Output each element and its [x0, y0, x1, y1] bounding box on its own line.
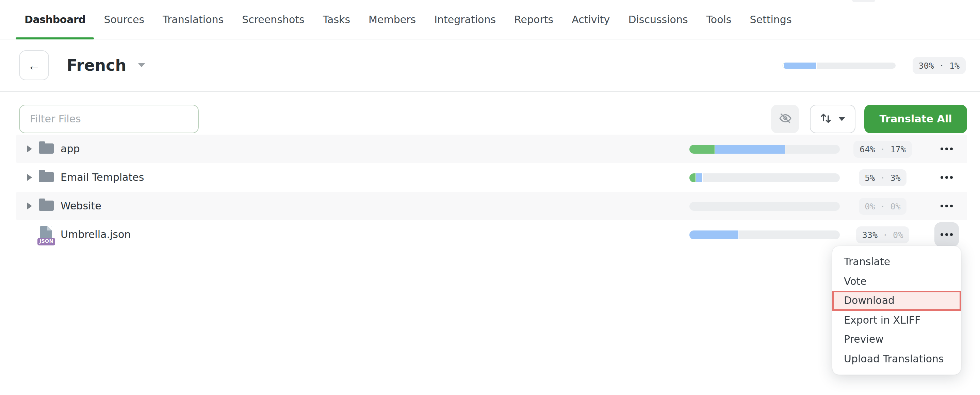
row-menu-button[interactable] — [934, 136, 959, 161]
folder-icon — [39, 197, 54, 215]
sort-arrows-icon — [821, 112, 832, 126]
tab-tools[interactable]: Tools — [706, 0, 732, 39]
table-row: JSONUmbrella.json33% · 0% — [16, 220, 967, 249]
ellipsis-icon — [940, 205, 953, 207]
ellipsis-icon — [940, 233, 953, 236]
approved-percent: 3% — [891, 172, 901, 182]
row-progress-bar — [689, 173, 840, 182]
file-name[interactable]: Umbrella.json — [60, 228, 130, 241]
badge-separator: · — [875, 144, 890, 154]
approved-percent: 0% — [893, 230, 903, 240]
badge-separator: · — [878, 230, 893, 240]
app-window: DashboardSourcesTranslationsScreenshotsT… — [0, 0, 980, 395]
folder-icon — [39, 168, 54, 186]
sort-dropdown-caret-icon — [839, 117, 846, 121]
menu-item-preview[interactable]: Preview — [832, 330, 961, 349]
tab-sources[interactable]: Sources — [104, 0, 144, 39]
table-row: Website0% · 0% — [16, 192, 967, 220]
folder-name[interactable]: app — [60, 143, 80, 155]
progress-approved-segment — [689, 144, 715, 153]
badge-separator: · — [875, 172, 890, 182]
tab-dashboard[interactable]: Dashboard — [24, 0, 86, 39]
row-badge-box: 64% · 17% — [851, 140, 914, 157]
back-arrow-icon: ← — [27, 59, 40, 72]
tab-discussions[interactable]: Discussions — [628, 0, 688, 39]
top-navigation: DashboardSourcesTranslationsScreenshotsT… — [0, 0, 980, 40]
progress-translated-segment — [696, 173, 703, 182]
progress-approved-segment — [689, 173, 696, 182]
progress-badge: 33% · 0% — [856, 226, 909, 243]
approved-percent: 17% — [891, 144, 906, 154]
menu-item-export-in-xliff[interactable]: Export in XLIFF — [832, 310, 961, 330]
folder-icon — [39, 140, 54, 158]
translated-percent: 64% — [859, 144, 875, 154]
json-file-icon: JSON — [39, 226, 54, 243]
tab-reports[interactable]: Reports — [514, 0, 553, 39]
file-context-menu: TranslateVoteDownloadExport in XLIFFPrev… — [832, 246, 961, 374]
expand-caret-box[interactable] — [25, 146, 33, 152]
folder-glyph — [39, 172, 54, 182]
menu-item-upload-translations[interactable]: Upload Translations — [832, 349, 961, 368]
progress-badge: 5% · 3% — [859, 169, 907, 186]
row-badge-box: 33% · 0% — [851, 226, 914, 243]
expand-caret-box[interactable] — [25, 174, 33, 181]
chevron-right-icon — [27, 174, 32, 181]
language-dropdown-caret-icon[interactable] — [138, 63, 145, 67]
row-menu-button[interactable] — [934, 194, 959, 218]
row-badge-box: 5% · 3% — [851, 169, 914, 186]
row-progress-bar — [689, 230, 840, 239]
translated-percent: 33% — [862, 230, 878, 240]
menu-item-vote[interactable]: Vote — [832, 271, 961, 291]
approved-percent: 0% — [891, 201, 901, 211]
row-progress-bar — [689, 144, 840, 153]
folder-name[interactable]: Website — [60, 200, 102, 212]
progress-translated-segment — [689, 230, 739, 239]
folder-glyph — [39, 143, 54, 154]
row-badge-box: 0% · 0% — [851, 198, 914, 214]
menu-item-download[interactable]: Download — [832, 291, 961, 310]
file-list: app64% · 17%Email Templates5% · 3%Websit… — [16, 135, 967, 249]
tab-screenshots[interactable]: Screenshots — [242, 0, 305, 39]
badge-separator: · — [875, 201, 890, 211]
ellipsis-icon — [940, 148, 953, 150]
progress-translated-segment — [784, 62, 817, 68]
tab-activity[interactable]: Activity — [572, 0, 610, 39]
progress-badge: 64% · 17% — [853, 140, 912, 157]
folder-glyph — [39, 201, 54, 211]
project-header: ← French 30% · 1% — [0, 40, 980, 92]
language-progress-bar — [783, 62, 896, 68]
progress-badge: 0% · 0% — [859, 198, 907, 214]
page-title: French — [67, 56, 126, 74]
tab-integrations[interactable]: Integrations — [434, 0, 496, 39]
translate-all-button[interactable]: Translate All — [865, 105, 967, 133]
chevron-right-icon — [27, 146, 32, 152]
chevron-right-icon — [27, 203, 32, 209]
menu-item-translate[interactable]: Translate — [832, 252, 961, 271]
progress-translated-segment — [715, 144, 786, 153]
file-toolbar: Translate All — [19, 105, 967, 133]
row-progress-bar — [689, 201, 840, 210]
language-progress-badge: 30% · 1% — [913, 57, 966, 74]
tab-translations[interactable]: Translations — [163, 0, 224, 39]
table-row: app64% · 17% — [16, 135, 967, 163]
sort-button[interactable] — [810, 105, 856, 133]
tab-members[interactable]: Members — [369, 0, 416, 39]
table-row: Email Templates5% · 3% — [16, 163, 967, 192]
row-menu-button[interactable] — [934, 222, 959, 247]
top-edge-popover-remnant — [852, 0, 875, 2]
translated-percent: 0% — [865, 201, 875, 211]
tab-settings[interactable]: Settings — [749, 0, 791, 39]
ellipsis-icon — [940, 176, 953, 179]
filter-files-input[interactable] — [19, 105, 199, 133]
nav-tabs: DashboardSourcesTranslationsScreenshotsT… — [0, 0, 980, 39]
row-menu-button[interactable] — [934, 165, 959, 190]
file-type-badge: JSON — [37, 238, 56, 246]
tab-tasks[interactable]: Tasks — [323, 0, 350, 39]
expand-caret-box[interactable] — [25, 203, 33, 209]
translated-percent: 5% — [865, 172, 875, 182]
hide-completed-button[interactable] — [772, 105, 799, 133]
back-button[interactable]: ← — [19, 50, 49, 80]
folder-name[interactable]: Email Templates — [60, 171, 144, 184]
eye-off-icon — [778, 111, 792, 127]
